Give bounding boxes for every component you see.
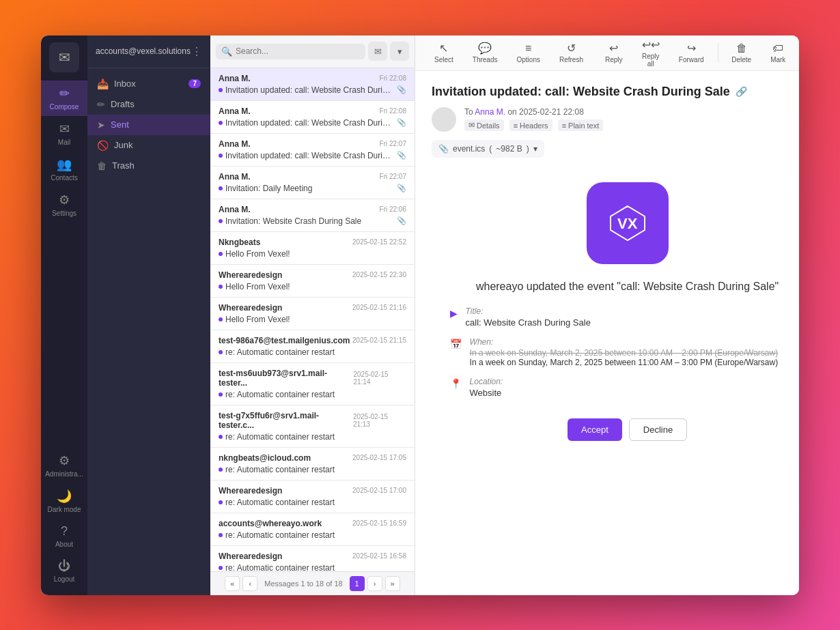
email-to-link[interactable]: Anna M. [475, 107, 505, 117]
mail-item[interactable]: nkngbeats@icloud.com 2025-02-15 17:05 re… [210, 448, 415, 481]
sidebar-item-settings[interactable]: ⚙ Settings [41, 187, 87, 223]
mail-date: 2025-02-15 21:13 [353, 413, 406, 428]
attachment-bar[interactable]: 📎 event.ics (~982 B) ▾ [432, 140, 544, 158]
mark-icon: 🏷 [772, 42, 783, 55]
brand-logo: VX [587, 182, 669, 264]
reply-button[interactable]: ↩ Reply [597, 38, 631, 68]
mail-subject: Hello From Vexel! [225, 282, 406, 291]
last-page-button[interactable]: » [385, 576, 400, 591]
email-meta-actions: ✉ Details ≡ Headers ≡ Plain text [464, 119, 603, 131]
mail-sender: Anna M. [219, 74, 251, 83]
headers-label: Headers [520, 121, 548, 130]
mail-subject: Hello From Vexel! [225, 249, 406, 259]
threads-button[interactable]: 💬 Threads [464, 38, 506, 68]
attachment-icon: 📎 [438, 144, 449, 154]
sidebar-item-about[interactable]: ? About [41, 519, 87, 554]
mail-subject-row: re: Automatic container restart [219, 498, 406, 507]
headers-button[interactable]: ≡ Headers [509, 119, 552, 131]
forward-button[interactable]: ↪ Forward [671, 38, 712, 68]
reply-all-button[interactable]: ↩↩ Reply all [634, 35, 668, 72]
sidebar-item-label: Contacts [51, 174, 77, 182]
mail-item-header: Wherearedesign 2025-02-15 17:00 [219, 486, 406, 496]
mail-item[interactable]: test-g7x5ffu6r@srv1.mail-tester.c... 202… [210, 405, 415, 448]
first-page-button[interactable]: « [225, 576, 240, 591]
event-location-content: Location: Website [470, 377, 799, 398]
mark-button[interactable]: 🏷 Mark [762, 38, 794, 68]
mail-item[interactable]: Anna M. Fri 22:08 Invitation updated: ca… [210, 68, 415, 101]
app-window: ✉ ✏ Compose ✉ Mail 👥 Contacts ⚙ Settings… [41, 35, 799, 595]
mail-item-header: Anna M. Fri 22:07 [219, 172, 406, 182]
action-buttons: Accept Decline [568, 407, 687, 446]
sidebar-item-dark-mode[interactable]: 🌙 Dark mode [41, 483, 87, 519]
sidebar: ✉ ✏ Compose ✉ Mail 👥 Contacts ⚙ Settings… [41, 35, 87, 595]
sidebar-item-mail[interactable]: ✉ Mail [41, 116, 87, 152]
sidebar-item-contacts[interactable]: 👥 Contacts [41, 152, 87, 187]
decline-button[interactable]: Decline [629, 418, 687, 441]
reply-icon: ↩ [609, 42, 618, 55]
folder-list: 📥 Inbox 7 ✏ Drafts ➤ Sent 🚫 Junk 🗑 Trash [87, 68, 210, 182]
plain-text-button[interactable]: ≡ Plain text [558, 119, 604, 131]
mail-item[interactable]: Anna M. Fri 22:08 Invitation updated: ca… [210, 101, 415, 134]
logout-icon: ⏻ [58, 559, 70, 573]
mail-subject-row: Invitation: Website Crash During Sale 📎 [219, 216, 406, 226]
search-input[interactable] [236, 46, 360, 56]
page-1-button[interactable]: 1 [350, 576, 365, 591]
folder-menu-button[interactable]: ⋮ [191, 45, 202, 58]
mail-sender: Anna M. [219, 205, 251, 214]
sidebar-item-compose[interactable]: ✏ Compose [41, 81, 87, 116]
options-button[interactable]: ≡ Options [508, 38, 548, 68]
mail-item[interactable]: Wherearedesign 2025-02-15 22:30 Hello Fr… [210, 265, 415, 298]
plain-text-label: Plain text [568, 121, 599, 130]
folder-item-drafts[interactable]: ✏ Drafts [87, 94, 210, 115]
more-button[interactable]: ··· More [796, 38, 799, 68]
location-label: Location: [470, 377, 799, 386]
delete-icon: 🗑 [736, 42, 747, 55]
refresh-button[interactable]: ↺ Refresh [551, 38, 591, 68]
unread-dot [219, 154, 223, 158]
mail-subject-row: re: Automatic container restart [219, 432, 406, 442]
email-headline: whereayo updated the event "call: Websit… [476, 281, 779, 293]
folder-item-label: Sent [111, 119, 129, 130]
folder-item-junk[interactable]: 🚫 Junk [87, 135, 210, 156]
folder-item-inbox[interactable]: 📥 Inbox 7 [87, 74, 210, 94]
mail-item[interactable]: accounts@whereayo.work 2025-02-15 16:59 … [210, 513, 415, 546]
mail-list-panel: 🔍 ✉ ▾ Anna M. Fri 22:08 Invitation updat… [210, 35, 415, 595]
mail-item[interactable]: Anna M. Fri 22:07 Invitation updated: ca… [210, 134, 415, 167]
accept-button[interactable]: Accept [568, 418, 622, 441]
external-link-icon[interactable]: 🔗 [736, 86, 747, 97]
details-button[interactable]: ✉ Details [464, 119, 504, 131]
title-value: call: Website Crash During Sale [466, 317, 799, 328]
mail-item[interactable]: Wherearedesign 2025-02-15 21:16 Hello Fr… [210, 298, 415, 330]
mail-subject-row: Hello From Vexel! [219, 282, 406, 291]
mail-item[interactable]: test-986a76@test.mailgenius.com 2025-02-… [210, 330, 415, 363]
attachment-size-value: ~982 B [496, 144, 522, 154]
mail-item[interactable]: Anna M. Fri 22:07 Invitation: Daily Meet… [210, 167, 415, 199]
mail-date: Fri 22:08 [380, 107, 406, 115]
mail-dropdown-button[interactable]: ▾ [390, 42, 409, 61]
mail-date: 2025-02-15 21:16 [352, 304, 406, 311]
mail-item[interactable]: Wherearedesign 2025-02-15 16:58 re: Auto… [210, 546, 415, 571]
attachment-dropdown-icon[interactable]: ▾ [533, 144, 537, 154]
mail-subject-row: re: Automatic container restart [219, 465, 406, 474]
brand-logo-svg: VX [607, 203, 648, 244]
delete-button[interactable]: 🗑 Delete [723, 38, 759, 68]
forward-label: Forward [679, 56, 704, 63]
sidebar-item-admin[interactable]: ⚙ Administra... [41, 448, 87, 483]
mail-item[interactable]: test-ms6uub973@srv1.mail-tester... 2025-… [210, 363, 415, 405]
select-button[interactable]: ↖ Select [426, 38, 462, 68]
sidebar-item-logout[interactable]: ⏻ Logout [41, 554, 87, 588]
search-box[interactable]: 🔍 [216, 44, 365, 59]
mail-item[interactable]: Wherearedesign 2025-02-15 17:00 re: Auto… [210, 481, 415, 513]
event-when-row: 📅 When: In a week on Sunday, March 2, 20… [450, 337, 799, 367]
mail-item[interactable]: Anna M. Fri 22:06 Invitation: Website Cr… [210, 199, 415, 232]
mail-subject-row: Hello From Vexel! [219, 315, 406, 324]
folder-item-trash[interactable]: 🗑 Trash [87, 156, 210, 176]
mail-subject: re: Automatic container restart [225, 390, 406, 399]
toolbar-separator [718, 43, 718, 62]
prev-page-button[interactable]: ‹ [242, 576, 257, 591]
mail-item[interactable]: Nkngbeats 2025-02-15 22:52 Hello From Ve… [210, 232, 415, 265]
mail-filter-button[interactable]: ✉ [368, 42, 387, 61]
next-page-button[interactable]: › [367, 576, 382, 591]
mail-icon: ✉ [59, 121, 70, 137]
folder-item-sent[interactable]: ➤ Sent [87, 115, 210, 135]
